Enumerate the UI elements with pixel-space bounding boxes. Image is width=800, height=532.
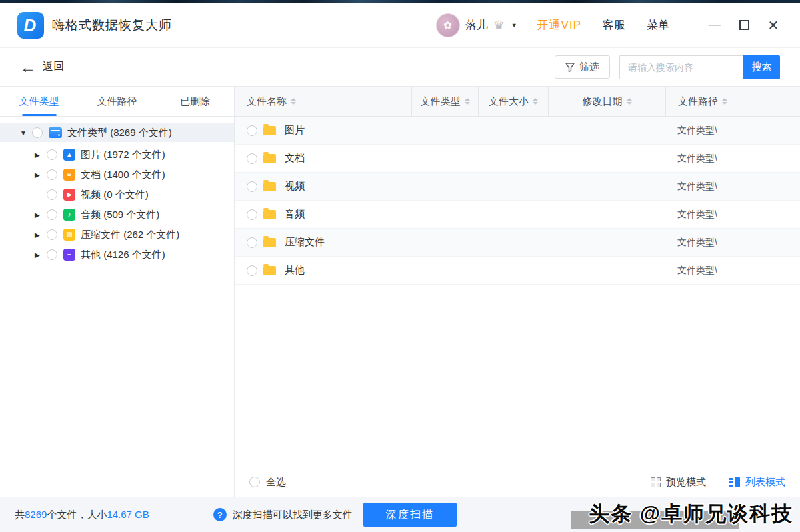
column-header-file-name[interactable]: 文件名称	[235, 87, 411, 116]
row-checkbox[interactable]	[247, 153, 257, 164]
select-all-toggle[interactable]: 全选	[249, 476, 286, 489]
tree-item-label: 视频 (0 个文件)	[81, 189, 149, 201]
tree-item-checkbox[interactable]	[47, 249, 57, 260]
row-file-name: 音频	[285, 208, 305, 221]
grid-view-icon	[651, 477, 661, 487]
row-file-name: 视频	[285, 180, 305, 193]
preview-mode-button[interactable]: 预览模式	[651, 476, 706, 489]
sort-icon	[533, 98, 538, 105]
expand-arrow-icon[interactable]: ▶	[35, 251, 45, 259]
help-icon: ?	[213, 508, 227, 521]
search-button[interactable]: 搜索	[743, 55, 780, 79]
tree-item-checkbox[interactable]	[47, 229, 57, 240]
expand-arrow-icon[interactable]: ▶	[35, 211, 45, 219]
tree-item-archives[interactable]: ▶ ▤ 压缩文件 (262 个文件)	[0, 225, 234, 245]
back-arrow-icon: ←	[20, 59, 36, 75]
user-avatar[interactable]: ✿	[436, 13, 460, 37]
tree-item-checkbox[interactable]	[47, 209, 57, 220]
video-icon: ▶	[63, 189, 75, 201]
tree-item-checkbox[interactable]	[47, 149, 57, 160]
tree-item-checkbox[interactable]	[47, 189, 57, 200]
collapse-arrow-icon[interactable]: ▼	[20, 129, 31, 137]
table-footer: 全选 预览模式 列表模式	[235, 467, 800, 497]
titlebar: D 嗨格式数据恢复大师 ✿ 落儿 ♛ ▼ 开通VIP 客服 菜单 — ✕	[0, 3, 800, 48]
row-checkbox[interactable]	[247, 125, 257, 136]
tree-item-images[interactable]: ▶ ▲ 图片 (1972 个文件)	[0, 145, 234, 165]
sort-icon	[291, 98, 296, 105]
row-checkbox[interactable]	[247, 181, 257, 192]
expand-arrow-icon[interactable]: ▶	[35, 151, 45, 159]
other-icon: −	[63, 249, 75, 261]
tree-item-label: 压缩文件 (262 个文件)	[81, 229, 179, 241]
deep-scan-tip: 深度扫描可以找到更多文件	[233, 509, 353, 521]
expand-arrow-icon[interactable]: ▶	[35, 171, 45, 179]
drive-icon	[49, 127, 62, 138]
total-size: 14.67 GB	[107, 509, 149, 520]
tree-item-other[interactable]: ▶ − 其他 (4126 个文件)	[0, 245, 234, 265]
sort-icon	[627, 98, 632, 105]
tree-item-checkbox[interactable]	[47, 169, 57, 180]
row-file-name: 其他	[285, 264, 305, 277]
toolbar: ← 返回 筛选 搜索	[0, 48, 800, 87]
table-row[interactable]: 视频 文件类型\	[235, 173, 800, 201]
folder-icon	[263, 210, 276, 219]
customer-service-button[interactable]: 客服	[603, 17, 625, 33]
tree-root-label: 文件类型 (8269 个文件)	[67, 127, 172, 139]
column-header-file-type[interactable]: 文件类型	[411, 87, 478, 116]
sort-icon	[465, 98, 470, 105]
audio-icon: ♪	[63, 209, 75, 221]
scan-summary: 共8269个文件，大小14.67 GB	[15, 509, 149, 521]
tree-root-checkbox[interactable]	[32, 127, 43, 138]
crown-icon: ♛	[493, 19, 505, 31]
menu-button[interactable]: 菜单	[647, 17, 669, 33]
table-row[interactable]: 图片 文件类型\	[235, 117, 800, 145]
sidebar-tabs: 文件类型 文件路径 已删除	[0, 87, 234, 117]
table-row[interactable]: 文档 文件类型\	[235, 145, 800, 173]
row-file-path: 文件类型\	[665, 237, 800, 249]
app-logo-icon: D	[17, 12, 44, 39]
back-label: 返回	[43, 60, 64, 74]
select-all-checkbox[interactable]	[249, 477, 260, 487]
table-row[interactable]: 其他 文件类型\	[235, 257, 800, 285]
tree-item-label: 文档 (1400 个文件)	[81, 169, 165, 181]
tab-file-type[interactable]: 文件类型	[0, 87, 78, 116]
tree-item-audio[interactable]: ▶ ♪ 音频 (509 个文件)	[0, 205, 234, 225]
tab-file-path[interactable]: 文件路径	[78, 87, 156, 116]
tab-deleted[interactable]: 已删除	[156, 87, 234, 116]
folder-icon	[263, 182, 276, 191]
filter-button[interactable]: 筛选	[555, 55, 610, 79]
user-dropdown-caret-icon[interactable]: ▼	[511, 22, 517, 29]
table-header: 文件名称 文件类型 文件大小 修改日期 文件路径	[235, 87, 800, 117]
maximize-icon	[739, 20, 749, 30]
tree-item-videos[interactable]: ▶ 视频 (0 个文件)	[0, 185, 234, 205]
minimize-button[interactable]: —	[705, 16, 724, 35]
folder-icon	[263, 126, 276, 135]
row-checkbox[interactable]	[247, 209, 257, 220]
tree-root-file-type[interactable]: ▼ 文件类型 (8269 个文件)	[0, 123, 234, 142]
watermark: 头条 @卓师兄谈科技	[589, 500, 793, 528]
list-mode-button[interactable]: 列表模式	[729, 476, 785, 489]
column-header-file-size[interactable]: 文件大小	[478, 87, 548, 116]
row-file-path: 文件类型\	[665, 153, 800, 165]
row-checkbox[interactable]	[247, 265, 257, 276]
row-file-path: 文件类型\	[665, 265, 800, 277]
table-row[interactable]: 音频 文件类型\	[235, 201, 800, 229]
avatar-icon: ✿	[443, 19, 452, 31]
tree-item-documents[interactable]: ▶ ≡ 文档 (1400 个文件)	[0, 165, 234, 185]
table-row[interactable]: 压缩文件 文件类型\	[235, 229, 800, 257]
list-view-icon	[729, 477, 740, 487]
open-vip-button[interactable]: 开通VIP	[537, 17, 581, 33]
close-icon: ✕	[768, 19, 779, 32]
tree-item-label: 其他 (4126 个文件)	[81, 249, 165, 261]
search-input[interactable]	[619, 55, 743, 79]
expand-arrow-icon[interactable]: ▶	[35, 231, 45, 239]
close-button[interactable]: ✕	[764, 16, 783, 35]
tree-item-label: 音频 (509 个文件)	[81, 209, 159, 221]
deep-scan-button[interactable]: 深度扫描	[363, 503, 457, 527]
row-checkbox[interactable]	[247, 237, 257, 248]
back-button[interactable]: ← 返回	[20, 59, 64, 75]
main-area: 文件类型 文件路径 已删除 ▼ 文件类型 (8269 个文件) ▶ ▲ 图片 (…	[0, 87, 800, 497]
column-header-file-path[interactable]: 文件路径	[665, 87, 800, 116]
column-header-modified-date[interactable]: 修改日期	[548, 87, 665, 116]
maximize-button[interactable]	[735, 16, 753, 35]
